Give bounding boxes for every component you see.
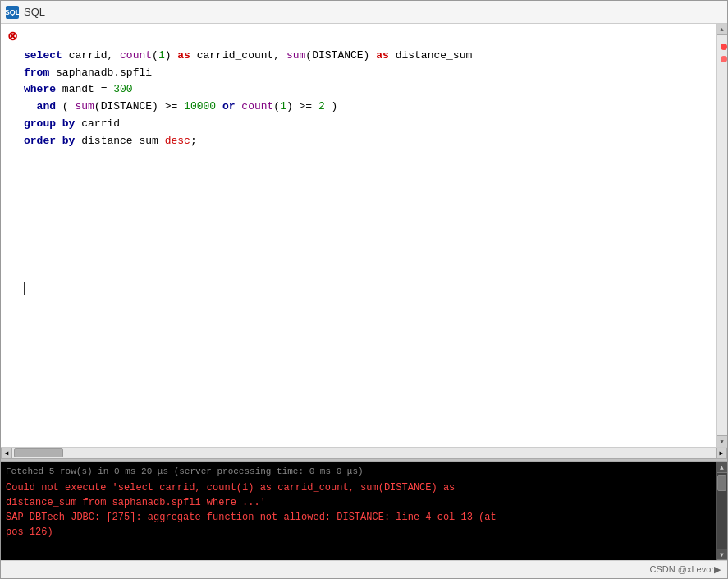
error-marker-1 [721, 44, 727, 50]
output-error-line2: distance_sum from saphanadb.spfli where … [6, 495, 711, 510]
output-scroll-up-btn[interactable]: ▲ [717, 462, 728, 473]
output-error-line1: Could not execute 'select carrid, count(… [6, 480, 711, 495]
text-cursor [24, 282, 25, 295]
editor-horizontal-scrollbar[interactable]: ◀ ▶ [1, 447, 727, 458]
output-area: Fetched 5 row(s) in 0 ms 20 μs (server p… [1, 462, 727, 560]
output-scroll-thumb [717, 475, 726, 491]
output-error-block: Could not execute 'select carrid, count(… [6, 480, 711, 540]
output-error-line3: SAP DBTech JDBC: [275]: aggregate functi… [6, 510, 711, 525]
scroll-right-btn[interactable]: ▶ [716, 448, 727, 459]
error-marker-2 [721, 56, 727, 62]
window-title: SQL [24, 6, 45, 18]
scroll-left-btn[interactable]: ◀ [1, 448, 12, 459]
code-block: select carrid, count(1) as carrid_count,… [11, 30, 706, 150]
editor-wrapper: ⊗ select carrid, count(1) as carrid_coun… [1, 24, 727, 458]
scroll-down-btn[interactable]: ▼ [717, 435, 727, 447]
output-scroll-track[interactable] [717, 473, 727, 549]
error-indicator: ⊗ [7, 29, 18, 44]
cursor-area[interactable] [11, 282, 706, 296]
app-icon: SQL [6, 6, 19, 19]
output-vertical-scrollbar[interactable]: ▲ ▼ [716, 462, 727, 560]
output-fetched-line: Fetched 5 row(s) in 0 ms 20 μs (server p… [6, 465, 711, 479]
scroll-track[interactable] [717, 35, 727, 435]
status-text: CSDN @xLevor▶ [650, 564, 721, 575]
title-bar: SQL SQL [1, 1, 727, 24]
output-scroll-down-btn[interactable]: ▼ [717, 549, 728, 560]
code-editor[interactable]: ⊗ select carrid, count(1) as carrid_coun… [1, 24, 716, 447]
status-bar: CSDN @xLevor▶ [1, 560, 727, 578]
output-content[interactable]: Fetched 5 row(s) in 0 ms 20 μs (server p… [1, 462, 716, 560]
output-error-line4: pos 126) [6, 525, 711, 540]
editor-vertical-scrollbar[interactable]: ▲ ▼ [716, 24, 727, 447]
h-scroll-thumb [14, 448, 63, 457]
editor-with-scrollbar: ⊗ select carrid, count(1) as carrid_coun… [1, 24, 727, 447]
main-content: ⊗ select carrid, count(1) as carrid_coun… [1, 24, 727, 578]
h-scroll-track[interactable] [12, 448, 716, 458]
scroll-up-btn[interactable]: ▲ [717, 24, 727, 35]
main-window: SQL SQL ⊗ select carrid, count(1) as car… [0, 0, 728, 579]
